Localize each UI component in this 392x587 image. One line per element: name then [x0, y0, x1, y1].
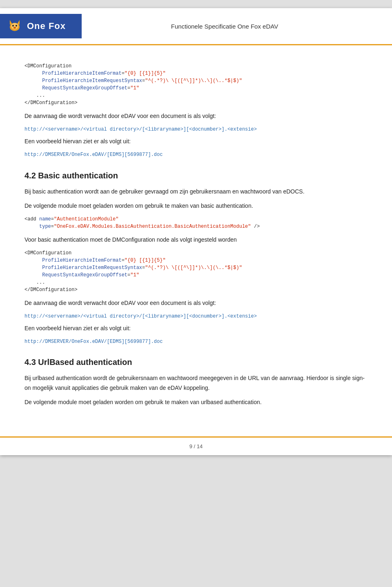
para-2: Een voorbeeld hiervan ziet er als volgt … — [24, 137, 368, 146]
section-4-3-number: 4.3 — [24, 358, 38, 367]
url-4: http://DMSERVER/OneFox.eDAV/[EDMS][56998… — [24, 338, 368, 346]
section-4-3-para-2: De volgende module moet geladen worden o… — [24, 398, 368, 407]
para-1: De aanvraag die wordt verwacht door eDAV… — [24, 111, 368, 121]
svg-point-5 — [16, 25, 17, 27]
logo-icon — [7, 18, 23, 34]
url-3: http://<servername>/<virtual directory>/… — [24, 313, 368, 320]
section-4-3-para-1: Bij urlbased authentication wordt de geb… — [24, 374, 368, 392]
page-header: One Fox Functionele Specificatie One Fox… — [0, 8, 392, 45]
section-4-2-para-4: De aanvraag die wordt verwacht door eDAV… — [24, 298, 368, 308]
section-4-2-title: Basic authentication — [38, 171, 118, 180]
url-1: http://<servername>/<virtual directory>/… — [24, 126, 368, 133]
code-add-module: <add name="AuthenticationModule" type="O… — [24, 216, 368, 230]
page-content: <DMConfiguration ProfileHierarchieItemFo… — [0, 45, 392, 436]
url-2: http://DMSERVER/OneFox.eDAV/[EDMS][56998… — [24, 151, 368, 159]
section-4-2-para-3: Voor basic authentication moet de DMConf… — [24, 235, 368, 245]
section-4-2-para-2: De volgende module moet geladen worden o… — [24, 201, 368, 211]
code-block-2: <DMConfiguration ProfileHierarchieItemFo… — [24, 249, 368, 294]
logo-text: One Fox — [27, 21, 66, 31]
page-footer: 9 / 14 — [0, 436, 392, 455]
section-4-2-heading: 4.2 Basic authentication — [24, 169, 368, 182]
section-4-3-heading: 4.3 UrlBased authentication — [24, 356, 368, 369]
header-title: Functionele Specificatie One Fox eDAV — [82, 23, 376, 30]
document-page: One Fox Functionele Specificatie One Fox… — [0, 8, 392, 455]
section-4-2-para-1: Bij basic authentication wordt aan de ge… — [24, 187, 368, 196]
code-block-1: <DMConfiguration ProfileHierarchieItemFo… — [24, 62, 368, 107]
svg-point-6 — [13, 27, 16, 29]
section-4-2-para-5: Een voorbeeld hiervan ziet er als volgt … — [24, 324, 368, 333]
logo-area: One Fox — [0, 14, 82, 38]
section-4-2-number: 4.2 — [24, 171, 38, 180]
page-number: 9 / 14 — [189, 443, 203, 449]
section-4-3-title: UrlBased authentication — [38, 358, 132, 367]
svg-point-4 — [12, 25, 14, 27]
